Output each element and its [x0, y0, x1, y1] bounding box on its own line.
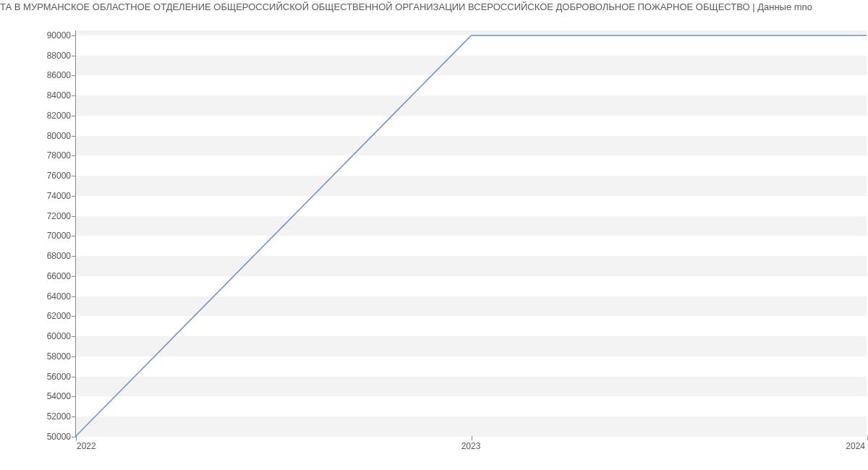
y-tick-label: 66000	[47, 271, 71, 281]
y-tick	[72, 176, 76, 176]
y-tick-label: 52000	[47, 411, 71, 422]
x-tick	[472, 436, 472, 440]
chart-title: ТА В МУРМАНСКОЕ ОБЛАСТНОЕ ОТДЕЛЕНИЕ ОБЩЕ…	[0, 1, 868, 12]
y-tick-label: 84000	[47, 90, 71, 101]
y-tick-label: 56000	[47, 372, 71, 382]
y-tick-label: 78000	[47, 150, 71, 161]
y-tick-label: 74000	[47, 191, 71, 201]
line-series	[76, 30, 867, 436]
y-tick	[72, 95, 76, 96]
y-tick-label: 82000	[47, 111, 71, 121]
y-tick	[72, 136, 76, 137]
y-tick	[72, 35, 76, 36]
y-tick-label: 88000	[47, 51, 71, 61]
y-tick	[72, 296, 76, 297]
x-tick-label: 2023	[461, 441, 481, 451]
y-tick-label: 76000	[47, 171, 71, 181]
y-tick	[72, 336, 76, 337]
y-tick-label: 70000	[47, 231, 71, 241]
y-tick-label: 72000	[47, 211, 71, 221]
y-tick	[72, 75, 76, 76]
y-tick	[72, 216, 76, 217]
plot-area	[75, 30, 867, 437]
y-tick	[72, 256, 76, 257]
y-tick-label: 64000	[47, 291, 71, 302]
y-tick-label: 50000	[47, 432, 71, 442]
y-tick	[72, 416, 76, 417]
y-tick	[72, 356, 76, 357]
y-tick	[72, 155, 76, 156]
y-tick	[72, 116, 76, 116]
y-tick-label: 58000	[47, 351, 71, 362]
y-tick	[72, 316, 76, 317]
y-tick	[72, 56, 76, 56]
y-tick-label: 62000	[47, 311, 71, 321]
y-tick-label: 80000	[47, 131, 71, 141]
y-tick	[72, 196, 76, 197]
y-tick-label: 60000	[47, 331, 71, 341]
chart-page: ТА В МУРМАНСКОЕ ОБЛАСТНОЕ ОТДЕЛЕНИЕ ОБЩЕ…	[0, 0, 868, 470]
x-tick	[76, 436, 77, 440]
y-tick	[72, 396, 76, 397]
y-tick-label: 90000	[47, 30, 71, 40]
y-tick-label: 68000	[47, 251, 71, 261]
y-tick	[72, 377, 76, 377]
y-tick-label: 86000	[47, 70, 71, 80]
y-tick-label: 54000	[47, 391, 71, 401]
x-tick-label: 2024	[846, 441, 865, 451]
line-path	[76, 35, 867, 436]
y-tick	[72, 236, 76, 236]
y-tick	[72, 276, 76, 277]
x-tick-label: 2022	[77, 441, 96, 451]
